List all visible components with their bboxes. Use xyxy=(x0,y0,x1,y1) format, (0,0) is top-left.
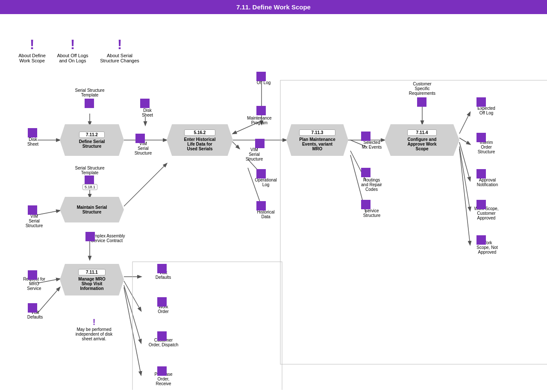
svg-line-28 xyxy=(124,285,141,343)
may-be-performed-note: ! May be performedindependent of diskshe… xyxy=(68,317,120,341)
interim-order-label: InterimOrderStructure xyxy=(471,140,501,154)
serial-template-2-icon xyxy=(85,176,94,185)
icon-define-label: About Define Work Scope xyxy=(13,53,51,63)
manage-mro-badge: 7.11.1 xyxy=(78,269,105,275)
vim-serial-2-icon xyxy=(255,139,265,148)
define-serial-badge: 7.11.2 xyxy=(79,132,105,138)
vim-serial-1-icon xyxy=(135,134,145,143)
icon-about-off-logs: ! About Off Logs and On Logs xyxy=(53,38,92,63)
operational-log-icon xyxy=(256,169,266,178)
disk-sheet-2-label: DiskSheet xyxy=(137,108,158,117)
page-title: 7.11. Define Work Scope xyxy=(236,3,311,11)
svg-line-22 xyxy=(459,149,470,245)
customer-specific-icon xyxy=(417,97,426,107)
interim-order-icon xyxy=(476,133,486,142)
routings-icon xyxy=(361,168,371,177)
work-scope-not-approved-icon xyxy=(476,235,486,245)
work-scope-approved-icon xyxy=(476,200,486,209)
service-structure-icon xyxy=(361,200,371,209)
svg-line-20 xyxy=(459,142,470,181)
service-structure-label: ServiceStructure xyxy=(357,208,387,218)
disk-sheet-1-icon xyxy=(28,128,37,137)
icon-about-serial: ! About Serial Structure Changes xyxy=(98,38,141,63)
vim-serial-2-label: VIMSerialStructure xyxy=(241,147,267,161)
serial-template-2-badge: 5.18.1 xyxy=(82,184,97,190)
svg-line-27 xyxy=(124,281,141,311)
approval-notification-label: ApprovalNotification xyxy=(471,178,503,187)
svg-rect-30 xyxy=(280,80,547,364)
svg-rect-31 xyxy=(132,262,282,390)
enter-historical-process[interactable]: 5.16.2 Enter HistoricalLife Data forUsed… xyxy=(167,124,233,156)
svg-line-29 xyxy=(124,287,141,375)
operational-log-label: OperationalLog xyxy=(253,178,279,187)
icon-off-logs-label: About Off Logs and On Logs xyxy=(53,53,92,63)
plan-maintenance-badge: 7.11.3 xyxy=(299,129,335,136)
request-mro-icon xyxy=(28,270,37,280)
work-order-icon xyxy=(157,297,167,307)
complex-assembly-icon xyxy=(85,232,95,241)
off-log-icon xyxy=(256,72,266,81)
enter-historical-label: Enter HistoricalLife Data forUsed Serial… xyxy=(184,137,216,151)
work-scope-approved-label: Work Scope,CustomerApproved xyxy=(469,206,503,220)
title-bar: 7.11. Define Work Scope xyxy=(0,0,547,14)
svg-line-6 xyxy=(124,164,167,206)
plan-maintenance-process[interactable]: 7.11.3 Plan MaintenanceEvents, variantMR… xyxy=(286,124,348,156)
routings-label: Routingsand RepairCodes xyxy=(356,178,388,192)
vim-serial-left-label: VIMSerialStructure xyxy=(21,214,47,228)
disk-sheet-1-label: DiskSheet xyxy=(22,137,44,146)
expected-off-log-icon xyxy=(476,97,486,107)
manage-mro-process[interactable]: 7.11.1 Manage MROShop VisitInformation xyxy=(60,264,124,295)
vim-serial-left-icon xyxy=(28,205,37,215)
customer-order-icon xyxy=(157,331,167,341)
vim-serial-1-label: VIMSerialStructure xyxy=(130,141,156,155)
icon-about-define: ! About Define Work Scope xyxy=(13,38,51,63)
historical-data-label: HistoricalData xyxy=(253,210,279,219)
configure-approve-badge: 7.11.4 xyxy=(407,129,436,136)
define-serial-label: Define SerialStructure xyxy=(79,139,105,149)
visit-defaults-in-icon xyxy=(28,303,37,313)
customer-specific-label: CustomerSpecificRequirements xyxy=(405,82,439,96)
svg-line-21 xyxy=(459,146,470,211)
svg-line-24 xyxy=(38,287,60,313)
configure-approve-label: Configure andApprove WorkScope xyxy=(407,137,436,151)
svg-line-19 xyxy=(459,138,470,144)
disk-sheet-2-icon xyxy=(140,99,150,108)
selected-mx-label: SelectedMx Events xyxy=(357,140,387,149)
historical-data-icon xyxy=(256,201,266,211)
icon-serial-label: About Serial Structure Changes xyxy=(98,53,141,63)
define-serial-process[interactable]: 7.11.2 Define SerialStructure xyxy=(60,124,124,156)
svg-line-18 xyxy=(459,112,470,134)
serial-template-2-label: Serial StructureTemplate xyxy=(71,166,109,175)
selected-mx-icon xyxy=(361,132,371,141)
work-scope-not-approved-label: WorkScope, NotApproved xyxy=(470,240,504,255)
maintenance-program-icon xyxy=(256,106,266,115)
purchase-order-icon xyxy=(157,366,167,376)
configure-approve-process[interactable]: 7.11.4 Configure andApprove WorkScope xyxy=(385,124,459,156)
maintain-serial-label: Maintain SerialStructure xyxy=(77,205,107,214)
expected-off-log-label: ExpectedOff Log xyxy=(471,106,501,115)
serial-template-1-icon xyxy=(85,99,94,108)
approval-notification-icon xyxy=(476,169,486,178)
maintain-serial-process[interactable]: Maintain SerialStructure xyxy=(60,197,124,222)
visit-defaults-out-icon xyxy=(157,264,167,273)
serial-template-1-label: Serial StructureTemplate xyxy=(71,88,109,97)
plan-maintenance-label: Plan MaintenanceEvents, variantMRO xyxy=(299,137,335,151)
maintenance-program-label: MaintenanceProgram xyxy=(244,116,274,125)
enter-historical-badge: 5.16.2 xyxy=(184,129,216,136)
manage-mro-label: Manage MROShop VisitInformation xyxy=(78,277,105,291)
